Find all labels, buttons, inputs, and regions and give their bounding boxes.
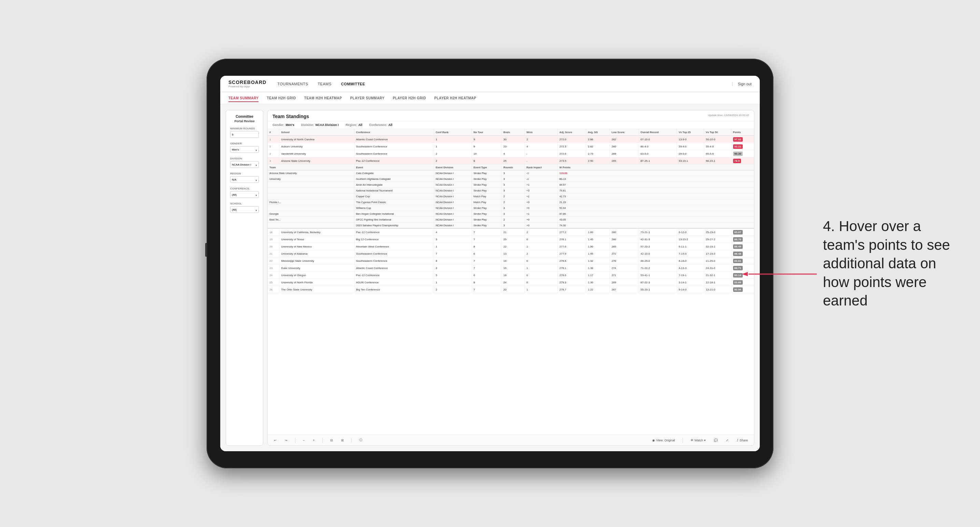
cell-avg-sg: 1.45	[586, 236, 609, 243]
cell-low-score: 266	[609, 236, 638, 243]
cell-conf-rank: 2	[434, 286, 472, 293]
table-row[interactable]: 18 University of California, Berkeley Pa…	[268, 229, 754, 236]
cell-rank: 25	[268, 279, 279, 286]
cell-no-tour: 19	[472, 150, 502, 157]
cell-points[interactable]: 90.30	[731, 150, 754, 157]
sidebar: Committee Portal Review Minimum Rounds G…	[226, 110, 263, 446]
cell-points[interactable]: 83.81	[731, 257, 754, 265]
undo-button[interactable]: ↩	[272, 438, 278, 443]
filter-conference-value: All	[388, 123, 392, 127]
table-row[interactable]: 26 The Ohio State University Big Ten Con…	[268, 286, 754, 293]
cell-wins: 1	[525, 286, 557, 293]
filter-division: Division: NCAA Division I	[301, 123, 339, 127]
cell-school: Auburn University	[279, 143, 355, 150]
nav-link-committee[interactable]: COMMITTEE	[341, 81, 365, 87]
zoom-in-button[interactable]: +	[311, 438, 317, 443]
watch-button[interactable]: 👁 Watch ▾	[688, 438, 708, 443]
table-row-highlighted[interactable]: 4 Arizona State University Pac-12 Confer…	[268, 157, 754, 165]
cell-points[interactable]: 78.5	[731, 157, 754, 165]
cell-points[interactable]: 88.70	[731, 236, 754, 243]
table-row[interactable]: 19 University of Texas Big 12 Conference…	[268, 236, 754, 243]
cell-overall: 87-22-3	[638, 279, 677, 286]
sign-out-button[interactable]: Sign out	[732, 82, 752, 86]
cell-points[interactable]: 88.48	[731, 250, 754, 257]
cell-school: Arizona State University	[279, 157, 355, 165]
cell-vs-top50: 11-25-0	[704, 257, 732, 265]
paste-button[interactable]: ⊞	[339, 438, 346, 443]
cell-points[interactable]: 97.02	[731, 136, 754, 143]
table-row[interactable]: 23 Duke University Atlantic Coast Confer…	[268, 265, 754, 272]
cell-wins: -	[525, 157, 557, 165]
col-rank: #	[268, 129, 279, 136]
info-button[interactable]: ⓘ	[357, 437, 364, 443]
cell-conference: Atlantic Coast Conference	[354, 136, 434, 143]
table-row[interactable]: 1 University of North Carolina Atlantic …	[268, 136, 754, 143]
cell-low-score: 260	[609, 143, 638, 150]
cell-school: University of Alabama	[279, 250, 355, 257]
cell-conf-rank: 2	[434, 157, 472, 165]
cell-overall: 71-22-2	[638, 265, 677, 272]
col-low-score: Low Score	[609, 129, 638, 136]
cell-rank: 24	[268, 272, 279, 279]
tab-player-h2h-grid[interactable]: PLAYER H2H GRID	[393, 95, 426, 102]
cell-no-tour: 6	[472, 272, 502, 279]
table-row[interactable]: 3 Vanderbilt University Southeastern Con…	[268, 150, 754, 157]
col-vs-top50: Vs Top 50	[704, 129, 732, 136]
conference-select[interactable]: (All)	[230, 191, 259, 198]
school-select[interactable]: (All)	[230, 206, 259, 213]
cell-low-score: 265	[609, 243, 638, 250]
share-button[interactable]: ⤴ Share	[735, 438, 750, 443]
tab-player-summary[interactable]: PLAYER SUMMARY	[350, 95, 385, 102]
nav-link-tournaments[interactable]: TOURNAMENTS	[277, 81, 308, 87]
min-rounds-input[interactable]	[230, 131, 259, 138]
tab-player-h2h-heatmap[interactable]: PLAYER H2H HEATMAP	[434, 95, 476, 102]
col-school: School	[279, 129, 355, 136]
cell-bnds: 18	[502, 257, 525, 265]
table-row[interactable]: 22 Mississippi State University Southeas…	[268, 257, 754, 265]
division-select[interactable]: NCAA Division I	[230, 161, 259, 168]
tooltip-row: Arizona State University Cato Collegiate…	[268, 170, 754, 176]
toolbar-separator-2	[322, 438, 323, 443]
cell-points[interactable]: 83.89	[731, 279, 754, 286]
cell-points[interactable]: 83.07	[731, 229, 754, 236]
table-row[interactable]: 2 Auburn University Southeastern Confere…	[268, 143, 754, 150]
cell-vs-top25: 29-5-0	[677, 150, 704, 157]
cell-low-score: 260	[609, 229, 638, 236]
table-row[interactable]: 25 University of North Florida ASUN Conf…	[268, 279, 754, 286]
copy-button[interactable]: ⊟	[328, 438, 335, 443]
cell-adj-score: 278.6	[558, 257, 586, 265]
tab-team-h2h-grid[interactable]: TEAM H2H GRID	[267, 95, 296, 102]
filter-gender-value: Men's	[286, 123, 294, 127]
table-row[interactable]: 24 University of Oregon Pac-12 Conferenc…	[268, 272, 754, 279]
expand-button[interactable]: ⤢	[724, 438, 731, 443]
tab-team-h2h-heatmap[interactable]: TEAM H2H HEATMAP	[304, 95, 342, 102]
tab-team-summary[interactable]: TEAM SUMMARY	[228, 95, 258, 102]
cell-points[interactable]: 80.94	[731, 286, 754, 293]
table-row[interactable]: 20 University of New Mexico Mountain Wes…	[268, 243, 754, 250]
cell-overall: 57-23-2	[638, 243, 677, 250]
table-row[interactable]: 21 University of Alabama Southeastern Co…	[268, 250, 754, 257]
zoom-out-button[interactable]: −	[301, 438, 307, 443]
nav-link-teams[interactable]: TEAMS	[318, 81, 331, 87]
logo-subtitle: Powered by clippi	[228, 85, 266, 88]
cell-school: Mississippi State University	[279, 257, 355, 265]
region-select[interactable]: N/A	[230, 176, 259, 183]
cell-adj-score: 277.9	[558, 250, 586, 257]
cell-overall: 53-41-1	[638, 272, 677, 279]
annotation-text: 4. Hover over a team's points to see add…	[823, 217, 953, 310]
cell-conference: Pac-12 Conference	[354, 157, 434, 165]
watch-dropdown-icon: ▾	[704, 439, 706, 442]
gender-select[interactable]: Men's Women's	[230, 146, 259, 153]
cell-overall: 87-25-1	[638, 157, 677, 165]
sidebar-label-region: Region	[230, 172, 259, 175]
cell-school: University of North Carolina	[279, 136, 355, 143]
cell-wins: 2	[525, 250, 557, 257]
view-original-button[interactable]: ◉ View: Original	[650, 438, 677, 443]
comment-button[interactable]: 💬	[712, 438, 720, 443]
cell-points[interactable]: 93.31	[731, 143, 754, 150]
cell-rank: 22	[268, 257, 279, 265]
redo-button[interactable]: ↪	[283, 438, 290, 443]
cell-vs-top25: 7-19-1	[677, 272, 704, 279]
cell-wins: 1	[525, 243, 557, 250]
cell-points[interactable]: 88.49	[731, 243, 754, 250]
